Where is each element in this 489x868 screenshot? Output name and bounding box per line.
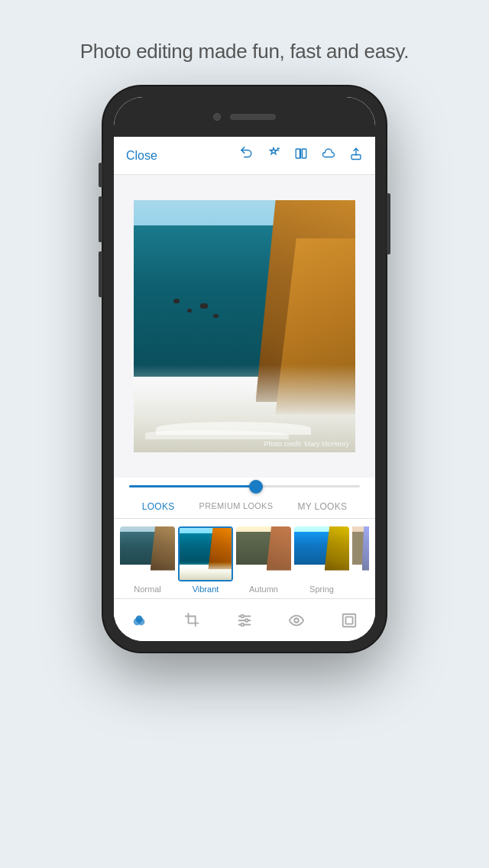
toolbar-icons [239,147,363,164]
undo-icon[interactable] [239,147,253,164]
volume-up-button [99,196,102,242]
adjust-nav-icon [236,612,253,629]
phone-top-bar [114,97,375,137]
svg-point-13 [241,614,244,617]
auto-enhance-icon[interactable] [267,147,280,164]
svg-point-9 [136,615,143,622]
side-buttons-left [99,163,102,297]
filter-thumb-normal [120,526,175,581]
slider-thumb[interactable] [249,480,263,494]
front-camera [213,113,221,121]
intensity-slider[interactable] [129,485,360,487]
svg-rect-4 [303,149,306,158]
looks-tabs: LOOKS PREMIUM LOOKS MY LOOKS [114,494,375,519]
close-button[interactable]: Close [126,149,157,163]
svg-line-2 [277,151,279,151]
app-screen: Close [114,137,375,641]
nav-frames[interactable] [341,612,358,629]
filter-thumb-spring [294,526,349,581]
filter-extra[interactable] [352,526,369,581]
filter-row: Normal Vibrant [114,519,375,598]
svg-line-1 [278,148,280,149]
filter-vibrant[interactable]: Vibrant [178,526,233,594]
filter-thumb-extra [352,526,369,581]
looks-nav-icon [131,612,148,629]
filter-normal[interactable]: Normal [120,526,175,594]
tagline: Photo editing made fun, fast and easy. [80,40,409,63]
mute-button [99,163,102,187]
nav-looks[interactable] [131,612,148,629]
filter-spring[interactable]: Spring [294,526,349,594]
phone-inner: Close [114,97,375,641]
svg-point-15 [241,623,244,626]
svg-rect-18 [345,617,352,623]
nav-details[interactable] [288,612,305,629]
tab-my-looks[interactable]: MY LOOKS [285,498,359,515]
svg-point-14 [245,619,248,622]
filter-thumb-autumn [236,526,291,581]
filter-label-vibrant: Vibrant [193,585,219,594]
svg-rect-3 [296,149,300,158]
photo-area: Photo credit: Mary McHenry [114,175,375,478]
photo-credit: Photo credit: Mary McHenry [264,440,349,448]
phone-shell: Close [103,86,386,652]
details-nav-icon [288,612,305,629]
slider-fill [129,485,256,487]
frames-nav-icon [341,612,358,629]
creative-cloud-icon[interactable] [322,147,335,164]
speaker-grille [230,114,276,120]
crop-nav-icon [184,612,201,629]
nav-crop[interactable] [184,612,201,629]
wave-layer [134,364,355,453]
slider-area [114,478,375,494]
bottom-nav [114,598,375,641]
compare-icon[interactable] [294,147,308,164]
rocks-layer [167,289,234,339]
filter-label-normal: Normal [134,585,160,594]
volume-down-button [99,251,102,297]
filter-autumn[interactable]: Autumn [236,526,291,594]
share-icon[interactable] [349,147,363,164]
filter-thumb-vibrant [178,526,233,581]
filter-label-autumn: Autumn [249,585,278,594]
side-buttons-right [387,193,390,254]
wave2 [145,430,290,439]
nav-adjustments[interactable] [236,612,253,629]
tab-premium-looks[interactable]: PREMIUM LOOKS [187,498,286,515]
power-button [387,193,390,254]
svg-point-16 [295,618,300,623]
toolbar: Close [114,137,375,175]
svg-rect-17 [343,614,356,627]
filter-label-spring: Spring [309,585,334,594]
photo-image: Photo credit: Mary McHenry [134,200,355,452]
tab-looks[interactable]: LOOKS [130,498,187,515]
